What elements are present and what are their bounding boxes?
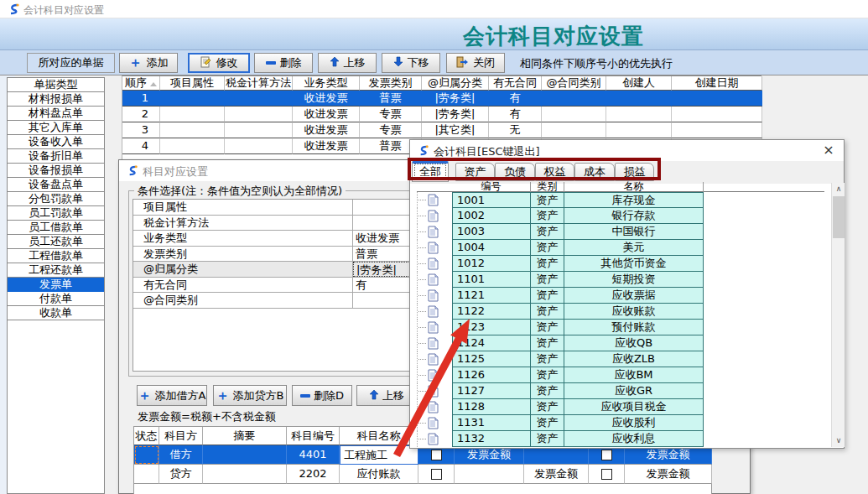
table-cell[interactable] (225, 91, 293, 107)
checkbox-unchecked[interactable] (601, 469, 612, 480)
column-header[interactable]: @合同类别 (542, 76, 606, 91)
table-cell[interactable] (225, 107, 293, 122)
entry-cell-summary[interactable] (203, 465, 287, 484)
entry-cell-direction[interactable]: 借方 (159, 445, 203, 465)
column-header[interactable]: 业务类型 (293, 76, 360, 91)
column-header[interactable]: 税金计算方法 (225, 76, 293, 91)
table-cell[interactable]: |劳务类| (422, 91, 489, 107)
sidebar-item[interactable]: 工程还款单 (8, 263, 104, 278)
sidebar-item[interactable]: 收款单 (8, 306, 104, 320)
sidebar-item[interactable]: 材料盘点单 (8, 107, 104, 121)
subject-row[interactable]: 1004资产美元 (417, 240, 824, 256)
entry-cell-code[interactable]: 4401 (287, 445, 340, 465)
subject-row[interactable]: 1125资产应收ZLB (417, 351, 824, 367)
subject-row[interactable]: 1101资产短期投资 (417, 272, 824, 288)
column-header[interactable]: 顺序 (122, 76, 160, 91)
scroll-up-icon[interactable]: ∧ (832, 183, 845, 195)
subject-row[interactable]: 1124资产应收QB (417, 335, 824, 351)
subject-row[interactable]: 1128资产应收项目税金 (417, 399, 824, 415)
table-cell[interactable]: 无 (489, 122, 542, 138)
table-cell[interactable]: 有 (489, 107, 542, 122)
table-cell[interactable] (672, 107, 762, 122)
entry-cell-name-editing[interactable]: 工程施工 (340, 445, 418, 465)
table-cell[interactable]: 2 (122, 107, 160, 122)
subject-row[interactable]: 1003资产中国银行 (417, 224, 824, 240)
entry-cell-status[interactable] (134, 465, 159, 484)
table-cell[interactable] (672, 91, 762, 107)
table-cell[interactable]: 收进发票 (293, 122, 360, 138)
entry-move-up-button[interactable]: 上移 (356, 385, 417, 406)
table-cell[interactable]: 收进发票 (293, 138, 360, 154)
table-cell[interactable] (160, 122, 225, 138)
subject-row[interactable]: 1131资产应收股利 (417, 415, 824, 431)
table-cell[interactable]: |其它类| (422, 122, 489, 138)
table-cell[interactable]: |劳务类| (422, 107, 489, 122)
modify-button[interactable]: 修改 (188, 53, 250, 73)
sidebar-item[interactable]: 设备收入单 (8, 135, 104, 149)
table-cell[interactable] (606, 91, 672, 107)
sidebar-item[interactable]: 设备盘点单 (8, 178, 104, 192)
table-cell[interactable]: 专票 (360, 122, 422, 138)
sidebar-item[interactable]: 员工罚款单 (8, 206, 104, 221)
sidebar-item[interactable]: 材料报损单 (8, 92, 104, 107)
move-up-button[interactable]: 上移 (318, 53, 377, 73)
subject-row[interactable]: 1127资产应收GR (417, 383, 824, 399)
table-cell[interactable] (542, 107, 606, 122)
subject-row[interactable]: 1123资产预付账款 (417, 320, 824, 335)
scroll-down-icon[interactable]: ∨ (832, 434, 845, 447)
sidebar-item[interactable]: 设备折旧单 (8, 149, 104, 164)
sidebar-item[interactable]: 其它入库单 (8, 121, 104, 135)
table-cell[interactable]: 有 (489, 91, 542, 107)
entry-cell-checkbox[interactable] (589, 465, 625, 484)
table-cell[interactable] (542, 91, 606, 107)
sidebar-item[interactable]: 付款单 (8, 292, 104, 306)
entry-cell-summary[interactable] (203, 445, 287, 465)
move-down-button[interactable]: 下移 (382, 53, 440, 73)
entry-cell-amount[interactable]: 发票金额 (524, 465, 589, 484)
entry-cell-name[interactable]: 应付账款 (340, 465, 418, 484)
table-cell[interactable] (225, 138, 293, 154)
close-button[interactable]: 关闭 (446, 53, 505, 73)
delete-entry-button[interactable]: 删除D (292, 385, 352, 406)
table-cell[interactable]: 1 (122, 91, 160, 107)
add-debit-button[interactable]: ＋ 添加借方A (137, 385, 207, 406)
entry-cell-code[interactable]: 2202 (287, 465, 340, 484)
table-cell[interactable]: 3 (122, 122, 160, 138)
table-cell[interactable] (672, 122, 762, 138)
table-cell[interactable] (225, 122, 293, 138)
subject-row[interactable]: 1126资产应收BM (417, 367, 824, 383)
column-header[interactable]: 创建日期 (672, 76, 762, 91)
sidebar-item[interactable]: 工程借款单 (8, 249, 104, 263)
subject-row[interactable]: 1121资产应收票据 (417, 288, 824, 304)
entry-cell-amount[interactable]: 发票金额 (625, 465, 712, 484)
entry-cell-amount[interactable] (455, 465, 524, 484)
condition-value-focused[interactable]: |劳务类| (353, 262, 412, 277)
sidebar-item-selected[interactable]: 发票单 (8, 278, 104, 292)
column-header[interactable]: 发票类别 (360, 76, 422, 91)
column-header[interactable]: @归属分类 (422, 76, 489, 91)
table-cell[interactable] (160, 138, 225, 154)
column-header[interactable]: 项目属性 (160, 76, 225, 91)
column-header[interactable]: 创建人 (606, 76, 672, 91)
subject-row[interactable]: 1012资产其他货币资金 (417, 256, 824, 272)
sidebar-item[interactable]: 设备报损单 (8, 164, 104, 178)
scrollbar[interactable]: ∧ ∨ (831, 183, 845, 447)
entry-cell-checkbox[interactable] (418, 465, 455, 484)
subject-row[interactable]: 1132资产应收利息 (417, 431, 824, 447)
add-button[interactable]: ＋ 添加 (119, 53, 178, 73)
checkbox-unchecked[interactable] (431, 469, 442, 480)
table-cell[interactable]: 专票 (360, 107, 422, 122)
subject-row[interactable]: 1122资产应收账款 (417, 304, 824, 320)
add-credit-button[interactable]: ＋ 添加贷方B (213, 385, 287, 406)
entry-cell-direction[interactable]: 贷方 (159, 465, 203, 484)
sidebar-item[interactable]: 分包罚款单 (8, 192, 104, 206)
close-icon[interactable]: × (819, 142, 839, 159)
sidebar-item[interactable]: 员工还款单 (8, 235, 104, 249)
delete-button[interactable]: 删除 (254, 53, 313, 73)
scrollbar-thumb[interactable] (833, 196, 845, 238)
table-cell[interactable] (160, 91, 225, 107)
column-header[interactable]: 有无合同 (489, 76, 542, 91)
table-cell[interactable]: 4 (122, 138, 160, 154)
table-cell[interactable]: 收进发票 (293, 91, 360, 107)
checkbox-unchecked[interactable] (601, 450, 612, 460)
